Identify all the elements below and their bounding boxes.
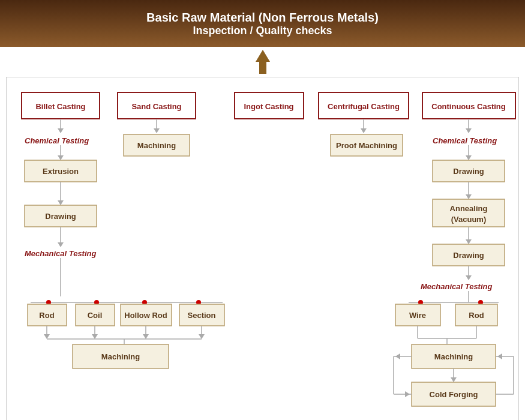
svg-text:Drawing: Drawing <box>45 212 76 221</box>
svg-marker-71 <box>143 334 149 339</box>
svg-text:Machining: Machining <box>101 352 140 361</box>
diagram-svg: Billet Casting Sand Casting Ingot Castin… <box>13 86 525 420</box>
svg-marker-67 <box>44 334 50 339</box>
svg-text:Centrifugal Casting: Centrifugal Casting <box>328 102 400 111</box>
svg-text:Mechanical  Testing: Mechanical Testing <box>25 249 96 258</box>
svg-marker-16 <box>361 128 367 133</box>
svg-text:Extrusion: Extrusion <box>43 167 79 176</box>
svg-marker-14 <box>154 128 160 133</box>
svg-marker-93 <box>451 377 457 382</box>
svg-text:Machining: Machining <box>434 352 473 361</box>
svg-marker-34 <box>58 242 64 247</box>
svg-text:Chemical Testing: Chemical Testing <box>433 136 497 145</box>
main-content: Billet Casting Sand Casting Ingot Castin… <box>6 77 519 420</box>
svg-text:Cold Forging: Cold Forging <box>430 390 478 399</box>
svg-text:Billet Casting: Billet Casting <box>35 102 85 111</box>
svg-text:Coil: Coil <box>88 311 103 320</box>
svg-text:Wire: Wire <box>409 311 426 320</box>
svg-marker-69 <box>92 334 98 339</box>
svg-text:Proof Machining: Proof Machining <box>336 141 397 150</box>
svg-marker-41 <box>466 194 472 199</box>
svg-marker-26 <box>58 155 64 160</box>
svg-marker-12 <box>58 128 64 133</box>
svg-text:Section: Section <box>188 311 216 320</box>
svg-text:Rod: Rod <box>469 311 484 320</box>
svg-text:Continuous Casting: Continuous Casting <box>431 102 506 111</box>
svg-marker-46 <box>466 239 472 244</box>
svg-text:Annealing: Annealing <box>450 204 488 213</box>
svg-marker-104 <box>405 391 410 397</box>
svg-text:Machining: Machining <box>137 141 176 150</box>
svg-text:Chemical Testing: Chemical Testing <box>25 136 89 145</box>
svg-marker-73 <box>199 334 205 339</box>
svg-text:Drawing: Drawing <box>453 167 484 176</box>
svg-text:Hollow Rod: Hollow Rod <box>124 311 167 320</box>
svg-marker-30 <box>58 200 64 205</box>
svg-text:(Vacuum): (Vacuum) <box>451 215 487 224</box>
svg-marker-50 <box>466 275 472 280</box>
svg-text:Rod: Rod <box>39 311 54 320</box>
svg-text:Mechanical  Testing: Mechanical Testing <box>421 282 492 291</box>
svg-marker-101 <box>497 353 502 359</box>
svg-text:Sand Casting: Sand Casting <box>131 102 181 111</box>
header-line2: Inspection / Quality checks <box>12 25 513 37</box>
svg-marker-18 <box>466 128 472 133</box>
svg-marker-0 <box>256 50 270 74</box>
header-arrow-icon <box>254 50 272 74</box>
header: Basic Raw Material (Non Ferrous Metals) … <box>0 0 525 47</box>
svg-text:Drawing: Drawing <box>453 251 484 260</box>
svg-marker-97 <box>395 353 400 359</box>
svg-marker-37 <box>466 155 472 160</box>
header-line1: Basic Raw Material (Non Ferrous Metals) <box>12 11 513 25</box>
svg-text:Ingot Casting: Ingot Casting <box>244 102 293 111</box>
